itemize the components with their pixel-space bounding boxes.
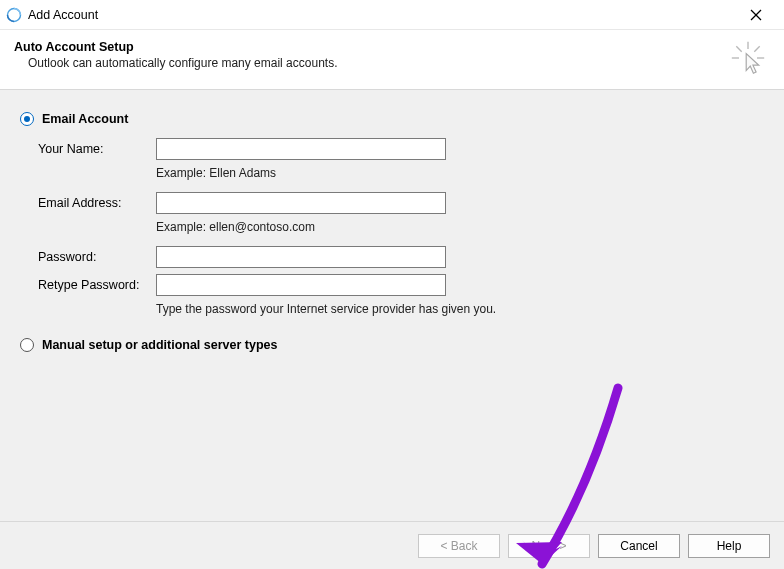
header-heading: Auto Account Setup	[14, 40, 766, 54]
cursor-click-icon	[730, 40, 766, 76]
your-name-label: Your Name:	[38, 142, 156, 156]
password-hint-row: Type the password your Internet service …	[38, 302, 764, 316]
cancel-button[interactable]: Cancel	[598, 534, 680, 558]
email-account-option[interactable]: Email Account	[20, 112, 764, 126]
header-panel: Auto Account Setup Outlook can automatic…	[0, 30, 784, 90]
retype-password-label: Retype Password:	[38, 278, 156, 292]
manual-setup-option[interactable]: Manual setup or additional server types	[20, 338, 764, 352]
email-row: Email Address:	[38, 192, 764, 214]
email-hint: Example: ellen@contoso.com	[156, 220, 315, 234]
help-button[interactable]: Help	[688, 534, 770, 558]
email-hint-row: Example: ellen@contoso.com	[38, 220, 764, 234]
back-button[interactable]: < Back	[418, 534, 500, 558]
password-input[interactable]	[156, 246, 446, 268]
window-title: Add Account	[28, 8, 98, 22]
your-name-hint-row: Example: Ellen Adams	[38, 166, 764, 180]
radio-unselected-icon	[20, 338, 34, 352]
your-name-row: Your Name:	[38, 138, 764, 160]
password-row: Password:	[38, 246, 764, 268]
email-input[interactable]	[156, 192, 446, 214]
app-icon	[6, 7, 22, 23]
your-name-input[interactable]	[156, 138, 446, 160]
titlebar: Add Account	[0, 0, 784, 30]
password-hint: Type the password your Internet service …	[156, 302, 496, 316]
svg-line-6	[736, 46, 741, 51]
retype-password-input[interactable]	[156, 274, 446, 296]
svg-line-7	[754, 46, 759, 51]
content-area: Email Account Your Name: Example: Ellen …	[0, 90, 784, 521]
email-label: Email Address:	[38, 196, 156, 210]
close-icon	[750, 9, 762, 21]
next-button[interactable]: Next >	[508, 534, 590, 558]
email-account-radio-label: Email Account	[42, 112, 128, 126]
header-subheading: Outlook can automatically configure many…	[28, 56, 766, 70]
your-name-hint: Example: Ellen Adams	[156, 166, 276, 180]
radio-selected-icon	[20, 112, 34, 126]
retype-password-row: Retype Password:	[38, 274, 764, 296]
manual-setup-radio-label: Manual setup or additional server types	[42, 338, 277, 352]
footer-bar: < Back Next > Cancel Help	[0, 521, 784, 569]
password-label: Password:	[38, 250, 156, 264]
close-button[interactable]	[733, 0, 778, 30]
form-grid: Your Name: Example: Ellen Adams Email Ad…	[38, 138, 764, 316]
